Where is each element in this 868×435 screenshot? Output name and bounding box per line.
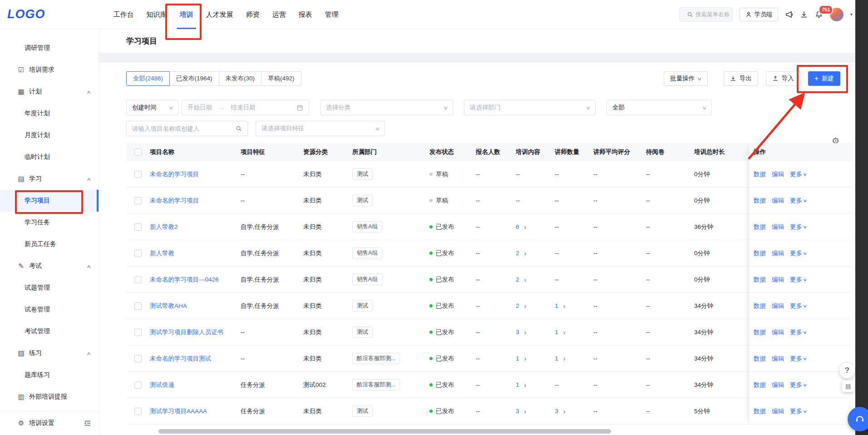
row-checkbox[interactable] [134,302,142,310]
row-checkbox[interactable] [134,197,142,204]
search-icon[interactable] [236,125,242,132]
collapse-sidebar-icon[interactable] [84,420,91,427]
training-content-count-link[interactable]: 3› [516,408,526,415]
menu-search-box[interactable] [679,7,733,22]
student-portal-button[interactable]: 学员端 [740,8,778,21]
row-edit-link[interactable]: 编辑 [772,197,784,205]
row-data-link[interactable]: 数据 [754,249,766,257]
horizontal-scrollbar-thumb[interactable] [158,429,611,434]
project-name-link[interactable]: 未命名的学习项目 [150,170,199,178]
row-more-link[interactable]: 更多∨ [790,249,807,257]
row-data-link[interactable]: 数据 [754,170,766,178]
tab-draft[interactable]: 草稿(492) [261,71,301,86]
sidebar-item-external-training-report[interactable]: ▥外部培训提报 [0,386,99,408]
row-data-link[interactable]: 数据 [754,276,766,284]
sidebar-item-exam[interactable]: ✎考试∧ [0,255,99,277]
sidebar-item-monthly-plan[interactable]: 月度计划 [0,124,99,146]
row-more-link[interactable]: 更多∨ [790,381,807,389]
row-checkbox[interactable] [134,381,142,389]
row-data-link[interactable]: 数据 [754,381,766,389]
nav-item-knowledge-base[interactable]: 知识库 [147,0,167,29]
row-more-link[interactable]: 更多∨ [790,223,807,231]
row-edit-link[interactable]: 编辑 [772,355,784,363]
sidebar-item-learning-project[interactable]: 学习项目 [0,190,99,212]
training-content-count-link[interactable]: 3› [516,329,526,336]
tab-unpublished[interactable]: 未发布(30) [219,71,262,86]
row-more-link[interactable]: 更多∨ [790,407,807,415]
row-checkbox[interactable] [134,250,142,257]
row-checkbox[interactable] [134,355,142,362]
row-data-link[interactable]: 数据 [754,302,766,310]
project-name-link[interactable]: 测试学习项目删除人员证书 [150,328,223,336]
row-edit-link[interactable]: 编辑 [772,328,784,336]
time-type-select[interactable]: 创建时间 ∨ [126,100,178,115]
project-name-link[interactable]: 新人带教2 [150,223,178,231]
row-more-link[interactable]: 更多∨ [790,355,807,363]
teacher-count-link[interactable]: 1› [555,355,565,362]
sidebar-item-plan[interactable]: ▦计划∧ [0,81,99,103]
nav-item-training[interactable]: 培训 [180,0,193,29]
row-checkbox[interactable] [134,223,142,231]
row-edit-link[interactable]: 编辑 [772,302,784,310]
customer-service-button[interactable] [848,407,868,431]
teacher-count-link[interactable]: 3› [555,408,565,415]
department-select[interactable]: 请选择部门 ∨ [464,100,596,115]
row-data-link[interactable]: 数据 [754,197,766,205]
row-edit-link[interactable]: 编辑 [772,276,784,284]
row-data-link[interactable]: 数据 [754,355,766,363]
training-content-count-link[interactable]: 1› [516,381,526,388]
nav-item-talent-development[interactable]: 人才发展 [206,0,233,29]
nav-item-teachers[interactable]: 师资 [246,0,260,29]
project-name-link[interactable]: 未命名的学习项目---0426 [150,276,219,284]
feedback-button[interactable]: ▤ [842,381,854,392]
scope-select[interactable]: 全部 ∨ [607,100,712,115]
training-content-count-link[interactable]: 2› [516,302,526,309]
nav-item-operation[interactable]: 运营 [272,0,286,29]
row-more-link[interactable]: 更多∨ [790,197,807,205]
sidebar-item-learning[interactable]: ▤学习∧ [0,168,99,190]
sidebar-item-question-management[interactable]: 试题管理 [0,277,99,299]
tab-all[interactable]: 全部(2486) [126,71,170,86]
feature-select[interactable]: 请选择项目特征 ∨ [256,121,385,136]
batch-actions-button[interactable]: 批量操作 ∨ [664,71,707,86]
row-more-link[interactable]: 更多∨ [790,302,807,310]
teacher-count-link[interactable]: 1› [555,329,565,336]
nav-item-management[interactable]: 管理 [325,0,339,29]
row-more-link[interactable]: 更多∨ [790,170,807,178]
sidebar-item-question-bank-practice[interactable]: 题库练习 [0,364,99,386]
project-search-box[interactable] [126,121,248,136]
teacher-count-link[interactable]: 1› [555,302,565,309]
menu-search-input[interactable] [695,11,732,18]
sidebar-item-training-needs[interactable]: ☑培训需求 [0,59,99,81]
notification-bell-icon[interactable]: 751 [815,10,823,19]
chevron-down-icon[interactable]: ▾ [850,12,853,17]
row-edit-link[interactable]: 编辑 [772,223,784,231]
row-checkbox[interactable] [134,276,142,283]
help-button[interactable]: ? [839,363,855,378]
row-edit-link[interactable]: 编辑 [772,381,784,389]
project-name-link[interactable]: 测试带教AHA [150,302,187,310]
tab-published[interactable]: 已发布(1964) [169,71,219,86]
sidebar-item-temporary-plan[interactable]: 临时计划 [0,146,99,168]
project-name-link[interactable]: 未命名的学习项目 [150,197,199,205]
row-more-link[interactable]: 更多∨ [790,328,807,336]
row-edit-link[interactable]: 编辑 [772,170,784,178]
category-select[interactable]: 选择分类 ∨ [320,100,453,115]
create-button[interactable]: + 新建 [808,71,840,86]
training-content-count-link[interactable]: 2› [516,276,526,283]
row-data-link[interactable]: 数据 [754,407,766,415]
select-all-checkbox[interactable] [134,148,142,156]
row-more-link[interactable]: 更多∨ [790,276,807,284]
project-search-input[interactable] [132,125,232,132]
row-checkbox[interactable] [134,171,142,178]
announcement-icon[interactable] [785,10,793,19]
project-name-link[interactable]: 新人带教 [150,249,174,257]
nav-item-workbench[interactable]: 工作台 [113,0,134,29]
sidebar-item-new-employee-task[interactable]: 新员工任务 [0,233,99,255]
sidebar-item-annual-plan[interactable]: 年度计划 [0,103,99,124]
row-checkbox[interactable] [134,329,142,336]
sidebar-item-exam-management[interactable]: 考试管理 [0,321,99,342]
training-content-count-link[interactable]: 1› [516,355,526,362]
date-range-picker[interactable]: 开始日期 → 结束日期 [182,100,309,115]
sidebar-item-paper-management[interactable]: 试卷管理 [0,299,99,321]
